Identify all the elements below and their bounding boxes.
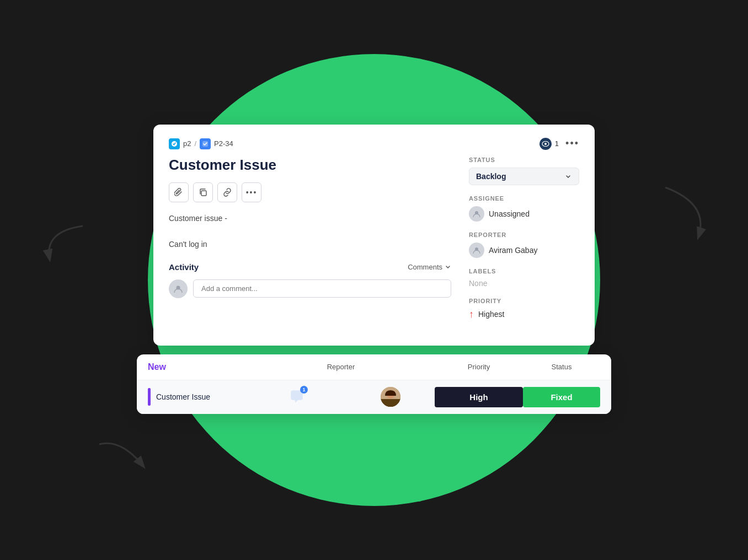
- comment-badge: 1: [287, 387, 307, 407]
- toolbar: •••: [169, 182, 451, 202]
- labels-section: LABELS None: [469, 268, 579, 288]
- activity-title: Activity: [169, 262, 199, 272]
- priority-bar: [148, 388, 151, 406]
- svg-point-6: [544, 143, 547, 145]
- copy-button[interactable]: [193, 182, 213, 202]
- issue-title: Customer Issue: [169, 157, 451, 174]
- arrow-bottom-left: [88, 433, 154, 488]
- issue-detail-card: p2 / P2-34 1 •••: [153, 125, 595, 346]
- comments-dropdown[interactable]: Comments: [408, 263, 451, 271]
- desc-line1: Customer issue -: [169, 212, 451, 225]
- issue-id: P2-34: [214, 139, 233, 148]
- eye-icon: [539, 138, 552, 150]
- assignee-section: ASSIGNEE Unassigned: [469, 195, 579, 222]
- card-body: Customer Issue: [169, 157, 579, 330]
- reporter-value: Aviram Gabay: [489, 246, 537, 255]
- assignee-avatar: [469, 206, 484, 222]
- reporter-label: REPORTER: [469, 231, 579, 238]
- more-toolbar-button[interactable]: •••: [242, 182, 261, 202]
- comment-count: 1: [300, 386, 308, 394]
- assignee-value: Unassigned: [489, 209, 530, 218]
- breadcrumb-separator: /: [194, 139, 196, 148]
- attach-button[interactable]: [169, 182, 189, 202]
- watch-button[interactable]: 1: [539, 138, 559, 150]
- card-left: Customer Issue: [169, 157, 451, 330]
- reporter-row: Aviram Gabay: [469, 243, 579, 258]
- content-wrapper: p2 / P2-34 1 •••: [137, 125, 611, 414]
- priority-value: Highest: [478, 310, 504, 319]
- comment-input[interactable]: [193, 279, 451, 298]
- labels-value: None: [469, 279, 579, 288]
- desc-line2: Can't log in: [169, 238, 451, 251]
- more-options-button[interactable]: •••: [565, 138, 579, 149]
- arrow-left: [33, 209, 99, 276]
- current-user-avatar: [169, 279, 188, 298]
- list-item-left: Customer Issue: [148, 388, 247, 406]
- assignee-row: Unassigned: [469, 206, 579, 222]
- svg-point-13: [384, 401, 397, 407]
- link-button[interactable]: [217, 182, 237, 202]
- list-header: New Reporter Priority Status: [137, 354, 611, 380]
- project-icon: [169, 138, 180, 149]
- header-actions: 1 •••: [539, 138, 579, 150]
- breadcrumb: p2 / P2-34: [169, 138, 233, 149]
- priority-section: PRIORITY ↑ Highest: [469, 298, 579, 320]
- status-value: Backlog: [476, 172, 506, 181]
- reporter-img: [381, 387, 400, 407]
- priority-badge: High: [435, 387, 523, 407]
- reporter-avatar: [469, 243, 484, 258]
- priority-label: PRIORITY: [469, 298, 579, 304]
- svg-rect-7: [201, 191, 206, 196]
- priority-row: ↑ Highest: [469, 309, 579, 320]
- comment-input-row: [169, 279, 451, 298]
- list-col-reporter: Reporter: [247, 363, 435, 371]
- list-col-priority: Priority: [435, 363, 523, 371]
- project-label: p2: [183, 139, 191, 148]
- list-item-center: 1: [247, 387, 346, 407]
- priority-arrow-icon: ↑: [469, 309, 474, 320]
- activity-header: Activity Comments: [169, 262, 451, 272]
- assignee-label: ASSIGNEE: [469, 195, 579, 202]
- table-row: Customer Issue 1: [137, 380, 611, 414]
- list-col-status: Status: [523, 363, 600, 371]
- reporter-column: [346, 387, 435, 407]
- status-label: STATUS: [469, 157, 579, 163]
- card-right: STATUS Backlog ASSIGNEE: [469, 157, 579, 330]
- list-card: New Reporter Priority Status Customer Is…: [137, 354, 611, 414]
- arrow-right: [638, 176, 715, 254]
- list-item-name: Customer Issue: [156, 392, 210, 401]
- labels-label: LABELS: [469, 268, 579, 274]
- status-badge: Fixed: [523, 387, 600, 407]
- issue-description: Customer issue - Can't log in: [169, 212, 451, 251]
- activity-section: Activity Comments: [169, 262, 451, 298]
- status-section: STATUS Backlog: [469, 157, 579, 185]
- task-icon: [200, 138, 211, 149]
- list-title: New: [148, 362, 247, 372]
- watch-count: 1: [555, 139, 559, 148]
- reporter-section: REPORTER Aviram Gabay: [469, 231, 579, 258]
- card-header: p2 / P2-34 1 •••: [169, 138, 579, 150]
- status-dropdown[interactable]: Backlog: [469, 168, 579, 185]
